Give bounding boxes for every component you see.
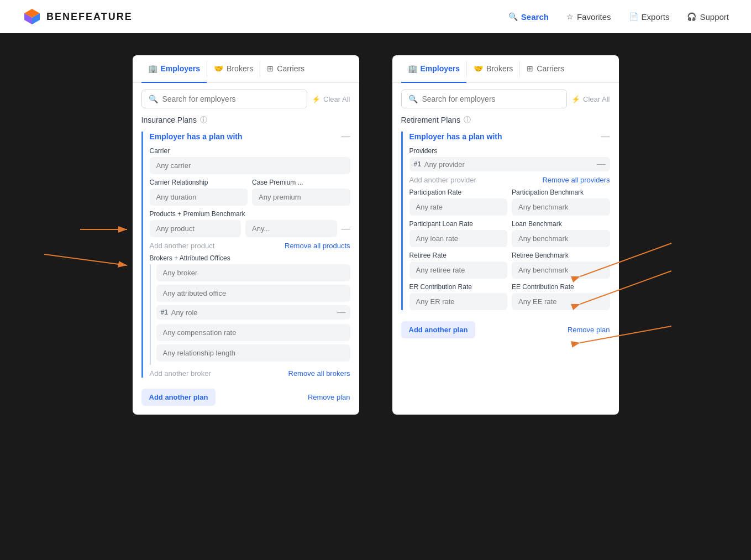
er-rate-col: ER Contribution Rate (409, 283, 508, 310)
provider-row: #1 — (409, 157, 610, 171)
carrier-rel-col: Carrier Relationship (150, 179, 248, 206)
employers-tab-icon: 🏢 (148, 64, 157, 73)
add-product-button[interactable]: Add another product (150, 242, 215, 250)
retiree-grid: Retiree Rate Retiree Benchmark (409, 252, 610, 279)
navbar: BENEFEATURE 🔍 Search ☆ Favorites 📄 Expor… (0, 0, 751, 33)
provider-input[interactable] (424, 160, 594, 169)
filter-icon: ⚡ (312, 95, 321, 103)
products-links-row: Add another product Remove all products (150, 242, 350, 250)
products-label: Products + Premium Benchmark (150, 210, 350, 218)
nav-search[interactable]: 🔍 Search (508, 12, 549, 22)
support-nav-icon: 🎧 (687, 12, 696, 21)
retiree-benchmark-col: Retiree Benchmark (512, 252, 610, 279)
left-panel: 🏢 Employers 🤝 Brokers ⊞ Carriers 🔍 ⚡ C (133, 55, 359, 415)
right-remove-plan-link[interactable]: Remove plan (568, 326, 610, 334)
carrier-rel-premium-row: Carrier Relationship Case Premium ... (150, 179, 350, 206)
right-tab-employers[interactable]: 🏢 Employers (401, 55, 467, 83)
case-premium-col: Case Premium ... (252, 179, 350, 206)
role-input[interactable] (171, 308, 334, 317)
participation-grid: Participation Rate Participation Benchma… (409, 189, 610, 216)
loan-rate-input[interactable] (409, 230, 508, 247)
loan-rate-col: Participant Loan Rate (409, 220, 508, 247)
left-search-area: 🔍 ⚡ Clear All (133, 83, 359, 115)
left-search-input-wrap[interactable]: 🔍 (141, 90, 308, 108)
remove-providers-button[interactable]: Remove all providers (542, 176, 610, 184)
er-rate-input[interactable] (409, 293, 508, 310)
participation-benchmark-input[interactable] (512, 198, 610, 216)
remove-brokers-button[interactable]: Remove all brokers (288, 369, 350, 378)
broker-input[interactable] (156, 264, 350, 281)
loan-benchmark-label: Loan Benchmark (512, 220, 610, 228)
broker-block: #1 — (150, 264, 350, 365)
provider-minus-icon[interactable]: — (597, 159, 606, 169)
right-plan-block: Employer has a plan with — Providers #1 … (401, 132, 610, 310)
case-premium-input[interactable] (252, 189, 350, 206)
right-plan-block-title: Employer has a plan with (409, 132, 502, 141)
right-plan-block-header: Employer has a plan with — (409, 132, 610, 142)
participation-rate-input[interactable] (409, 198, 508, 216)
product-minus-icon[interactable]: — (342, 224, 350, 234)
providers-label: Providers (409, 147, 610, 155)
loan-benchmark-input[interactable] (512, 230, 610, 247)
logo-icon (22, 7, 42, 27)
info-icon: ⓘ (200, 115, 207, 125)
carriers-tab-icon: ⊞ (267, 64, 274, 73)
search-nav-icon: 🔍 (508, 12, 518, 21)
left-search-input[interactable] (162, 95, 301, 103)
right-search-input[interactable] (422, 95, 560, 103)
svg-line-5 (44, 254, 127, 265)
participation-rate-label: Participation Rate (409, 189, 508, 196)
ee-rate-input[interactable] (512, 293, 610, 310)
left-tab-brokers[interactable]: 🤝 Brokers (207, 55, 260, 83)
carrier-input[interactable] (150, 157, 350, 174)
compensation-rate-input[interactable] (156, 324, 350, 341)
left-remove-plan-link[interactable]: Remove plan (308, 393, 350, 401)
providers-links-row: Add another provider Remove all provider… (409, 176, 610, 184)
right-brokers-tab-icon: 🤝 (474, 64, 483, 73)
retiree-rate-label: Retiree Rate (409, 252, 508, 259)
brokers-links-row: Add another broker Remove all brokers (150, 369, 350, 378)
loan-rate-label: Participant Loan Rate (409, 220, 508, 228)
participation-rate-col: Participation Rate (409, 189, 508, 216)
er-rate-label: ER Contribution Rate (409, 283, 508, 291)
remove-products-button[interactable]: Remove all products (285, 242, 350, 250)
right-collapse-plan-button[interactable]: — (601, 132, 610, 142)
right-plan-actions: Add another plan Remove plan (401, 317, 610, 338)
provider-num: #1 (414, 160, 421, 168)
retiree-benchmark-input[interactable] (512, 261, 610, 279)
left-clear-all-button[interactable]: ⚡ Clear All (312, 95, 350, 103)
right-search-area: 🔍 ⚡ Clear All (392, 83, 619, 115)
right-add-plan-button[interactable]: Add another plan (401, 321, 476, 338)
left-plan-block: Employer has a plan with — Carrier Carri… (141, 132, 350, 378)
add-provider-button[interactable]: Add another provider (409, 176, 476, 184)
right-tab-carriers[interactable]: ⊞ Carriers (520, 55, 571, 83)
carrier-rel-label: Carrier Relationship (150, 179, 248, 186)
main-content: 🏢 Employers 🤝 Brokers ⊞ Carriers 🔍 ⚡ C (0, 33, 751, 437)
relationship-length-input[interactable] (156, 344, 350, 362)
role-minus-icon[interactable]: — (337, 307, 346, 317)
left-plan-section: Insurance Plans ⓘ Employer has a plan wi… (133, 115, 359, 415)
retirement-plans-title: Retirement Plans ⓘ (401, 115, 610, 125)
retiree-rate-col: Retiree Rate (409, 252, 508, 279)
logo-text: BENEFEATURE (46, 11, 133, 23)
product-input[interactable] (150, 220, 241, 237)
nav-support[interactable]: 🎧 Support (687, 12, 729, 22)
carrier-rel-input[interactable] (150, 189, 248, 206)
attributed-office-input[interactable] (156, 285, 350, 302)
right-tab-brokers[interactable]: 🤝 Brokers (467, 55, 519, 83)
product-any-input[interactable] (245, 220, 337, 237)
retiree-rate-input[interactable] (409, 261, 508, 279)
right-panel: 🏢 Employers 🤝 Brokers ⊞ Carriers 🔍 ⚡ C (392, 55, 619, 415)
left-add-plan-button[interactable]: Add another plan (141, 389, 216, 406)
nav-exports[interactable]: 📄 Exports (629, 12, 670, 22)
collapse-plan-button[interactable]: — (342, 132, 350, 142)
right-search-input-wrap[interactable]: 🔍 (401, 90, 568, 108)
right-clear-all-button[interactable]: ⚡ Clear All (571, 95, 610, 103)
contribution-grid: ER Contribution Rate EE Contribution Rat… (409, 283, 610, 310)
favorites-nav-icon: ☆ (566, 12, 574, 21)
role-row: #1 — (156, 305, 350, 320)
add-broker-button[interactable]: Add another broker (150, 369, 211, 378)
left-tab-employers[interactable]: 🏢 Employers (141, 55, 207, 83)
left-tab-carriers[interactable]: ⊞ Carriers (260, 55, 311, 83)
nav-favorites[interactable]: ☆ Favorites (566, 12, 611, 22)
